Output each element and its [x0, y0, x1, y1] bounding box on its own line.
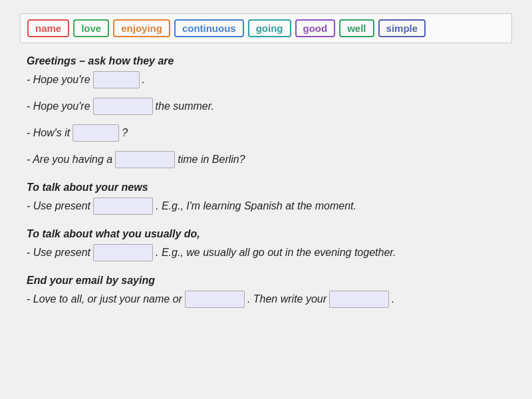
blank-input-3-0-3[interactable] [329, 291, 389, 308]
word-tag-well[interactable]: well [339, 19, 374, 37]
line-text-0-1-2: the summer. [156, 100, 214, 112]
line-text-2-0-0: - Use present [27, 247, 90, 259]
word-tag-good[interactable]: good [295, 19, 336, 37]
content-area: Greetings – ask how they are- Hope you'r… [20, 55, 512, 308]
word-tag-simple[interactable]: simple [378, 19, 426, 37]
line-text-0-0-0: - Hope you're [27, 74, 90, 86]
exercise-line-0-0: - Hope you're. [27, 71, 505, 88]
blank-input-2-0-1[interactable] [93, 244, 153, 261]
exercise-line-0-2: - How's it? [27, 124, 505, 142]
section-heading-3: End your email by saying [27, 275, 505, 287]
exercise-line-0-1: - Hope you'rethe summer. [27, 98, 505, 115]
line-text-0-1-0: - Hope you're [27, 100, 90, 112]
exercise-line-3-0: - Love to all, or just your name or. The… [27, 291, 505, 308]
word-tag-going[interactable]: going [248, 19, 291, 37]
exercise-line-0-3: - Are you having atime in Berlin? [27, 151, 505, 168]
line-text-0-0-2: . [142, 74, 145, 86]
line-text-1-0-0: - Use present [27, 200, 90, 212]
word-tag-continuous[interactable]: continuous [174, 19, 244, 37]
word-bank: nameloveenjoyingcontinuousgoinggoodwells… [20, 13, 512, 43]
section-heading-2: To talk about what you usually do, [27, 228, 505, 240]
line-text-0-2-0: - How's it [27, 127, 70, 139]
line-text-0-2-2: ? [122, 127, 128, 139]
line-text-3-0-4: . [392, 293, 394, 305]
line-text-2-0-2: . E.g., we usually all go out in the eve… [156, 247, 396, 259]
line-text-3-0-0: - Love to all, or just your name or [27, 293, 182, 305]
word-tag-name[interactable]: name [27, 19, 69, 37]
blank-input-0-1-1[interactable] [93, 98, 153, 115]
main-container: nameloveenjoyingcontinuousgoinggoodwells… [0, 0, 532, 399]
blank-input-1-0-1[interactable] [93, 198, 153, 215]
blank-input-3-0-1[interactable] [185, 291, 245, 308]
line-text-0-3-2: time in Berlin? [178, 154, 245, 166]
word-tag-enjoying[interactable]: enjoying [113, 19, 170, 37]
word-tag-love[interactable]: love [73, 19, 109, 37]
section-heading-0: Greetings – ask how they are [27, 55, 505, 67]
blank-input-0-2-1[interactable] [72, 124, 119, 142]
line-text-3-0-2: . Then write your [247, 293, 327, 305]
blank-input-0-3-1[interactable] [115, 151, 175, 168]
section-heading-1: To talk about your news [27, 182, 505, 194]
exercise-line-1-0: - Use present. E.g., I'm learning Spanis… [27, 198, 505, 215]
line-text-1-0-2: . E.g., I'm learning Spanish at the mome… [156, 200, 356, 212]
exercise-line-2-0: - Use present. E.g., we usually all go o… [27, 244, 505, 261]
line-text-0-3-0: - Are you having a [27, 154, 112, 166]
blank-input-0-0-1[interactable] [93, 71, 140, 88]
